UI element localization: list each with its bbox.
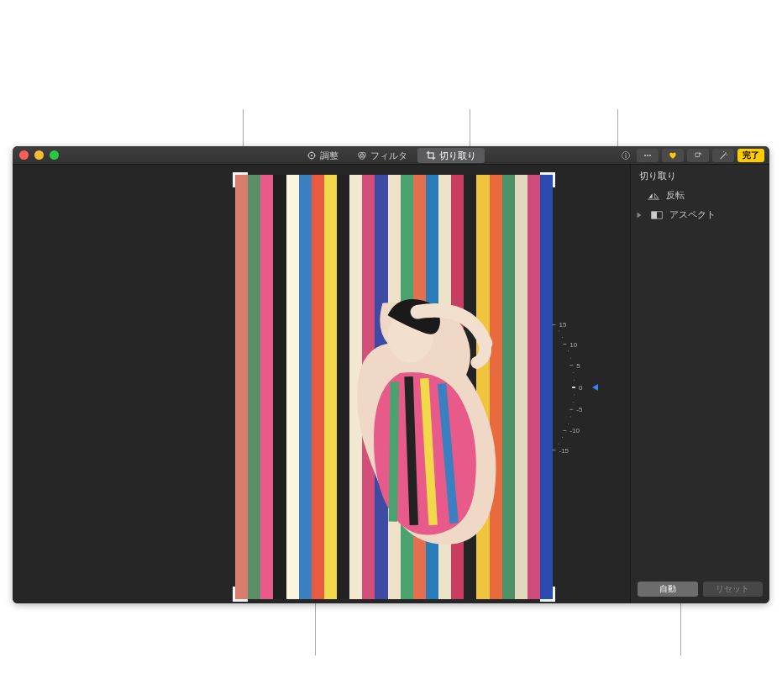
svg-point-25 <box>570 357 571 358</box>
edit-mode-tabs: 調整 フィルタ 切り取り <box>297 146 485 165</box>
svg-point-33 <box>573 401 574 402</box>
magic-wand-icon <box>718 150 728 161</box>
svg-point-28 <box>573 371 574 372</box>
sidebar-title: 切り取り <box>631 165 769 186</box>
svg-text:-5: -5 <box>576 406 583 413</box>
callout-line <box>470 109 470 151</box>
svg-point-16 <box>727 155 727 155</box>
callout-line <box>680 597 681 655</box>
svg-point-14 <box>649 155 651 156</box>
crop-handle-top-left[interactable] <box>233 172 248 187</box>
filters-icon <box>357 150 367 161</box>
flip-button[interactable]: 反転 <box>631 186 769 205</box>
svg-point-1 <box>310 155 312 156</box>
photo-crop-frame[interactable]: 151050-5-10-15 <box>235 175 553 599</box>
adjust-dial-icon <box>307 150 317 161</box>
flip-label: 反転 <box>666 189 685 202</box>
minimize-window-button[interactable] <box>34 150 44 160</box>
info-icon <box>621 150 631 161</box>
svg-text:5: 5 <box>576 361 580 369</box>
aspect-row[interactable]: アスペクト <box>631 205 769 224</box>
svg-point-41 <box>559 443 559 444</box>
tab-filters[interactable]: フィルタ <box>349 148 416 163</box>
svg-point-32 <box>574 394 575 395</box>
disclosure-triangle-icon <box>636 212 643 218</box>
photo-subject <box>330 251 505 582</box>
svg-point-24 <box>568 350 569 351</box>
tab-adjust-label: 調整 <box>320 150 339 162</box>
app-window: 調整 フィルタ 切り取り <box>13 146 769 603</box>
svg-text:-10: -10 <box>569 427 580 434</box>
straighten-dial[interactable]: 151050-5-10-15 <box>541 316 591 459</box>
crop-handle-top-right[interactable] <box>540 172 555 187</box>
auto-button-label: 自動 <box>659 583 676 595</box>
more-button[interactable] <box>637 149 659 162</box>
svg-point-17 <box>723 151 724 152</box>
crop-handle-bottom-right[interactable] <box>540 587 555 602</box>
favorite-button[interactable] <box>662 149 684 162</box>
svg-point-12 <box>644 155 646 156</box>
info-button[interactable] <box>618 149 633 162</box>
svg-text:15: 15 <box>559 321 566 329</box>
sidebar-footer: 自動 リセット <box>631 575 769 603</box>
svg-point-10 <box>625 153 627 155</box>
photo <box>235 175 553 599</box>
reset-button-label: リセット <box>716 583 749 595</box>
workspace: 151050-5-10-15 切り取り 反転 <box>13 165 769 603</box>
crop-sidebar: 切り取り 反転 アスペクト 自動 <box>630 165 769 603</box>
svg-point-29 <box>574 379 575 380</box>
crop-icon <box>426 150 436 161</box>
tab-adjust[interactable]: 調整 <box>298 148 347 163</box>
svg-text:10: 10 <box>569 340 577 348</box>
svg-point-15 <box>725 152 727 154</box>
ellipsis-icon <box>643 150 653 161</box>
auto-button[interactable]: 自動 <box>638 582 698 597</box>
canvas-area: 151050-5-10-15 <box>13 165 630 603</box>
aspect-label: アスペクト <box>669 208 716 221</box>
titlebar: 調整 フィルタ 切り取り <box>13 146 769 165</box>
tab-crop-label: 切り取り <box>439 150 476 162</box>
rotate-button[interactable] <box>687 149 709 162</box>
aspect-icon <box>651 210 663 220</box>
callout-line <box>315 597 316 655</box>
window-controls <box>19 150 59 160</box>
dial-pointer-icon <box>592 384 598 391</box>
svg-text:0: 0 <box>579 384 583 392</box>
svg-text:-15: -15 <box>559 446 569 454</box>
tab-filters-label: フィルタ <box>370 150 407 162</box>
svg-rect-47 <box>652 211 657 218</box>
done-button[interactable]: 完了 <box>737 149 764 162</box>
svg-point-40 <box>562 436 563 437</box>
svg-point-21 <box>562 336 563 337</box>
rotate-icon <box>693 150 703 161</box>
svg-point-36 <box>570 416 571 417</box>
svg-point-13 <box>647 155 648 156</box>
reset-button[interactable]: リセット <box>703 582 764 597</box>
tab-crop[interactable]: 切り取り <box>417 148 485 163</box>
svg-point-20 <box>559 330 559 331</box>
flip-icon <box>648 191 659 201</box>
enhance-button[interactable] <box>712 149 734 162</box>
close-window-button[interactable] <box>19 150 29 160</box>
svg-point-37 <box>568 423 569 424</box>
toolbar-right: 完了 <box>618 146 764 165</box>
svg-rect-11 <box>625 155 626 158</box>
done-button-label: 完了 <box>743 150 759 161</box>
heart-icon <box>668 150 678 161</box>
crop-handle-bottom-left[interactable] <box>233 587 248 602</box>
fullscreen-window-button[interactable] <box>50 150 59 160</box>
